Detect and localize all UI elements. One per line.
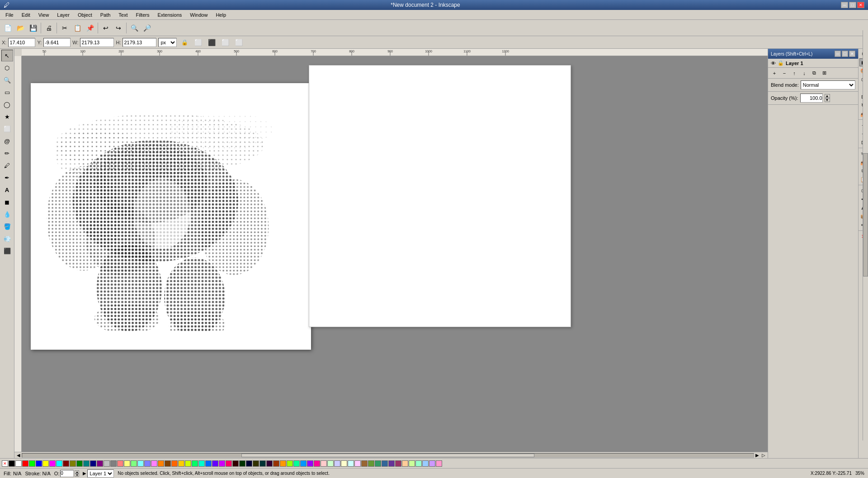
color-swatch-13[interactable]	[97, 460, 103, 467]
color-swatch-8[interactable]	[63, 460, 69, 467]
color-swatch-32[interactable]	[226, 460, 232, 467]
menu-item-window[interactable]: Window	[186, 11, 211, 19]
minimize-button[interactable]: ─	[841, 2, 848, 8]
color-swatch-59[interactable]	[409, 460, 415, 467]
color-swatch-14[interactable]	[104, 460, 110, 467]
color-swatch-42[interactable]	[293, 460, 300, 467]
ellipse-tool-button[interactable]: ◯	[1, 98, 13, 110]
color-swatch-28[interactable]	[198, 460, 205, 467]
color-swatch-38[interactable]	[266, 460, 273, 467]
save-button[interactable]: 💾	[27, 22, 39, 34]
pen-tool-button[interactable]: 🖊	[1, 159, 13, 171]
merge-layer-button[interactable]: ⊞	[820, 69, 829, 77]
remove-layer-button[interactable]: −	[780, 69, 789, 77]
color-swatch-11[interactable]	[83, 460, 90, 467]
h-input[interactable]	[123, 38, 156, 47]
opacity-input[interactable]	[800, 94, 823, 103]
zoom-in-button[interactable]: 🔍	[128, 22, 140, 34]
color-swatch-16[interactable]	[117, 460, 123, 467]
color-swatch-39[interactable]	[273, 460, 279, 467]
opacity-status-input[interactable]	[60, 470, 74, 477]
color-swatch-44[interactable]	[307, 460, 313, 467]
eraser-tool-button[interactable]: ⬛	[1, 245, 13, 257]
menu-item-view[interactable]: View	[35, 11, 53, 19]
unit-select[interactable]: px mm cm in pt	[158, 38, 177, 47]
text-tool-button[interactable]: A	[1, 184, 13, 196]
color-swatch-30[interactable]	[212, 460, 218, 467]
color-swatch-53[interactable]	[368, 460, 374, 467]
color-swatch-51[interactable]	[354, 460, 361, 467]
color-swatch-56[interactable]	[388, 460, 395, 467]
3dbox-tool-button[interactable]: ⬜	[1, 123, 13, 135]
hscroll-right-button[interactable]: ▶	[754, 452, 760, 459]
color-swatch-19[interactable]	[137, 460, 144, 467]
redo-button[interactable]: ↪	[113, 22, 124, 34]
layers-vscroll-thumb[interactable]	[863, 153, 868, 276]
color-swatch-34[interactable]	[239, 460, 245, 467]
layer-status-select[interactable]: Layer 1	[87, 469, 114, 478]
color-swatch-62[interactable]	[429, 460, 435, 467]
color-swatch-58[interactable]	[402, 460, 408, 467]
menu-item-help[interactable]: Help	[212, 11, 230, 19]
blend-mode-select[interactable]: Normal Multiply Screen Overlay Darken Li…	[801, 80, 855, 89]
dropper-tool-button[interactable]: 💧	[1, 208, 13, 220]
color-swatch-12[interactable]	[90, 460, 96, 467]
color-swatch-31[interactable]	[219, 460, 225, 467]
color-swatch-50[interactable]	[348, 460, 354, 467]
color-swatch-4[interactable]	[36, 460, 42, 467]
color-swatch-18[interactable]	[131, 460, 137, 467]
align-left-button[interactable]: ⬜	[192, 37, 204, 48]
color-swatch-3[interactable]	[29, 460, 35, 467]
menu-item-file[interactable]: File	[2, 11, 17, 19]
color-swatch-5[interactable]	[42, 460, 49, 467]
color-swatch-37[interactable]	[259, 460, 266, 467]
opacity-down-button[interactable]: ▼	[825, 98, 830, 102]
color-swatch-54[interactable]	[375, 460, 381, 467]
paint-bucket-tool-button[interactable]: 🪣	[1, 220, 13, 232]
spray-tool-button[interactable]: 💨	[1, 233, 13, 244]
hscroll-track[interactable]	[22, 453, 754, 458]
menu-item-path[interactable]: Path	[97, 11, 114, 19]
duplicate-layer-button[interactable]: ⧉	[810, 69, 819, 77]
undo-button[interactable]: ↩	[100, 22, 112, 34]
color-swatch-20[interactable]	[144, 460, 151, 467]
color-swatch-21[interactable]	[151, 460, 157, 467]
spiral-tool-button[interactable]: @	[1, 135, 13, 147]
maximize-button[interactable]: □	[849, 2, 856, 8]
menu-item-filters[interactable]: Filters	[132, 11, 153, 19]
color-swatch-57[interactable]	[395, 460, 401, 467]
canvas-scroll[interactable]	[22, 56, 768, 452]
color-swatch-26[interactable]	[185, 460, 191, 467]
lock-aspect-button[interactable]: 🔒	[179, 37, 190, 48]
gradient-tool-button[interactable]: ◼	[1, 196, 13, 208]
horizontal-scrollbar[interactable]: ◀ ▶ ▷	[14, 452, 768, 458]
color-swatch-52[interactable]	[361, 460, 368, 467]
calligraphy-tool-button[interactable]: ✒	[1, 172, 13, 183]
print-button[interactable]: 🖨	[43, 22, 55, 34]
no-color-button[interactable]: ✕	[2, 460, 8, 467]
color-swatch-60[interactable]	[415, 460, 422, 467]
color-swatch-41[interactable]	[287, 460, 293, 467]
w-input[interactable]	[80, 38, 114, 47]
opacity-status-down[interactable]: ▼	[75, 473, 79, 477]
layers-panel-minimize-button[interactable]: ─	[835, 51, 841, 57]
lower-layer-button[interactable]: ↓	[800, 69, 809, 77]
color-swatch-63[interactable]	[436, 460, 442, 467]
menu-item-extensions[interactable]: Extensions	[154, 11, 185, 19]
color-swatch-35[interactable]	[246, 460, 252, 467]
zoom-out-button[interactable]: 🔎	[141, 22, 153, 34]
color-swatch-46[interactable]	[321, 460, 327, 467]
y-input[interactable]	[43, 38, 71, 47]
color-swatch-55[interactable]	[382, 460, 388, 467]
hscroll-left-button[interactable]: ◀	[15, 452, 22, 459]
menu-item-edit[interactable]: Edit	[18, 11, 34, 19]
hscroll-page-button[interactable]: ▷	[760, 452, 767, 459]
color-swatch-61[interactable]	[422, 460, 429, 467]
color-swatch-47[interactable]	[327, 460, 334, 467]
color-swatch-45[interactable]	[314, 460, 320, 467]
rectangle-tool-button[interactable]: ▭	[1, 86, 13, 98]
color-swatch-48[interactable]	[334, 460, 340, 467]
color-swatch-22[interactable]	[158, 460, 164, 467]
star-tool-button[interactable]: ★	[1, 111, 13, 122]
color-swatch-9[interactable]	[70, 460, 76, 467]
